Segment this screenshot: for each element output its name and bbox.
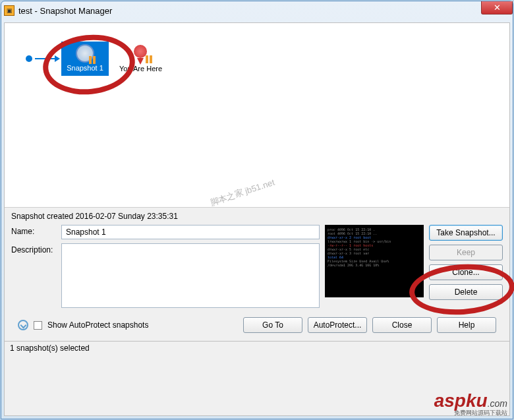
name-label: Name: <box>11 225 57 236</box>
snapshot-clock-icon <box>76 44 94 63</box>
close-icon: ✕ <box>494 3 501 13</box>
bottom-bar: Show AutoProtect snapshots Go To AutoPro… <box>11 312 503 338</box>
help-button[interactable]: Help <box>437 317 496 333</box>
app-icon: ▣ <box>4 5 14 16</box>
tree-connector-icon <box>35 58 56 59</box>
branding-suffix: .com <box>488 398 507 409</box>
name-input[interactable] <box>61 225 320 239</box>
snapshot-tree[interactable]: Snapshot 1 You Are Here 脚本之家 jb51.net <box>5 23 509 208</box>
branding-watermark: aspku.com 免费网站源码下载站 <box>434 390 507 417</box>
show-autoprotect-label: Show AutoProtect snapshots <box>47 320 148 330</box>
show-autoprotect-checkbox[interactable] <box>34 321 42 330</box>
delete-button[interactable]: Delete <box>429 284 503 300</box>
here-label: You Are Here <box>119 65 162 73</box>
side-button-column: Take Snapshot... Keep Clone... Delete <box>429 225 503 308</box>
description-label: Description: <box>11 243 57 255</box>
status-bar: 1 snapshot(s) selected <box>5 341 509 355</box>
watermark-text: 脚本之家 jb51.net <box>209 177 276 208</box>
snapshot-thumbnail[interactable]: proc 4096 Oct 15 22:10 . root 4096 Oct 1… <box>325 225 424 297</box>
close-window-button[interactable]: ✕ <box>481 1 513 15</box>
details-panel: Snapshot created 2016-02-07 Sunday 23:35… <box>5 208 509 341</box>
pin-icon <box>134 45 148 63</box>
branding-main: aspku <box>434 390 488 411</box>
close-button[interactable]: Close <box>372 317 432 333</box>
titlebar[interactable]: ▣ test - Snapshot Manager ✕ <box>1 1 513 20</box>
client-area: Snapshot 1 You Are Here 脚本之家 jb51.net Sn… <box>4 22 510 416</box>
snapshot-node-label: Snapshot 1 <box>67 64 103 72</box>
refresh-icon[interactable] <box>18 320 28 330</box>
clone-button[interactable]: Clone... <box>429 264 503 280</box>
window-title: test - Snapshot Manager <box>18 6 112 16</box>
snapshot-created-text: Snapshot created 2016-02-07 Sunday 23:35… <box>11 212 503 221</box>
keep-button: Keep <box>429 245 503 260</box>
description-input[interactable] <box>61 243 320 308</box>
autoprotect-button[interactable]: AutoProtect... <box>308 317 367 333</box>
root-node-icon[interactable] <box>26 55 32 62</box>
pause-badge-icon <box>89 56 96 64</box>
pause-badge-icon <box>146 55 152 63</box>
take-snapshot-button[interactable]: Take Snapshot... <box>429 225 503 241</box>
goto-button[interactable]: Go To <box>243 317 302 333</box>
snapshot-manager-window: ▣ test - Snapshot Manager ✕ Snapshot 1 <box>1 1 513 419</box>
snapshot-node[interactable]: Snapshot 1 <box>61 42 109 76</box>
you-are-here-node[interactable]: You Are Here <box>119 45 162 73</box>
